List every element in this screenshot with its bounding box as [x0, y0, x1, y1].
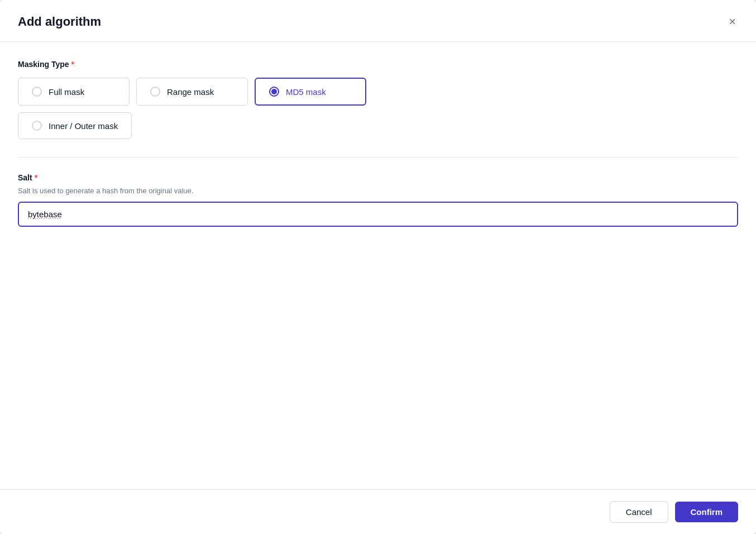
radio-inner-outer-mask — [32, 121, 42, 131]
option-md5-mask[interactable]: MD5 mask — [255, 78, 366, 106]
close-icon: × — [729, 16, 736, 28]
masking-type-label: Masking Type * — [18, 60, 738, 69]
close-button[interactable]: × — [726, 13, 738, 30]
dialog-header: Add algorithm × — [0, 0, 756, 42]
radio-md5-mask — [269, 87, 279, 97]
option-md5-mask-label: MD5 mask — [286, 87, 326, 97]
salt-label: Salt * — [18, 173, 738, 182]
option-range-mask[interactable]: Range mask — [136, 78, 248, 106]
salt-description: Salt is used to generate a hash from the… — [18, 187, 738, 195]
salt-required: * — [35, 173, 37, 182]
masking-type-required: * — [71, 60, 74, 69]
dialog-footer: Cancel Confirm — [0, 489, 756, 534]
option-inner-outer-mask-label: Inner / Outer mask — [49, 121, 118, 131]
add-algorithm-dialog: Add algorithm × Masking Type * Full mask… — [0, 0, 756, 534]
option-range-mask-label: Range mask — [167, 87, 214, 97]
radio-range-mask — [150, 87, 160, 97]
masking-options-row2: Inner / Outer mask — [18, 112, 738, 139]
option-full-mask[interactable]: Full mask — [18, 78, 130, 106]
dialog-body: Masking Type * Full mask Range mask MD5 … — [0, 42, 756, 489]
dialog-title: Add algorithm — [18, 15, 101, 29]
salt-input[interactable] — [18, 202, 738, 227]
option-full-mask-label: Full mask — [49, 87, 84, 97]
confirm-button[interactable]: Confirm — [675, 502, 739, 522]
option-inner-outer-mask[interactable]: Inner / Outer mask — [18, 112, 132, 139]
masking-options-row1: Full mask Range mask MD5 mask — [18, 78, 738, 106]
cancel-button[interactable]: Cancel — [610, 501, 668, 523]
radio-full-mask — [32, 87, 42, 97]
salt-section: Salt * Salt is used to generate a hash f… — [18, 173, 738, 227]
section-divider — [18, 157, 738, 158]
